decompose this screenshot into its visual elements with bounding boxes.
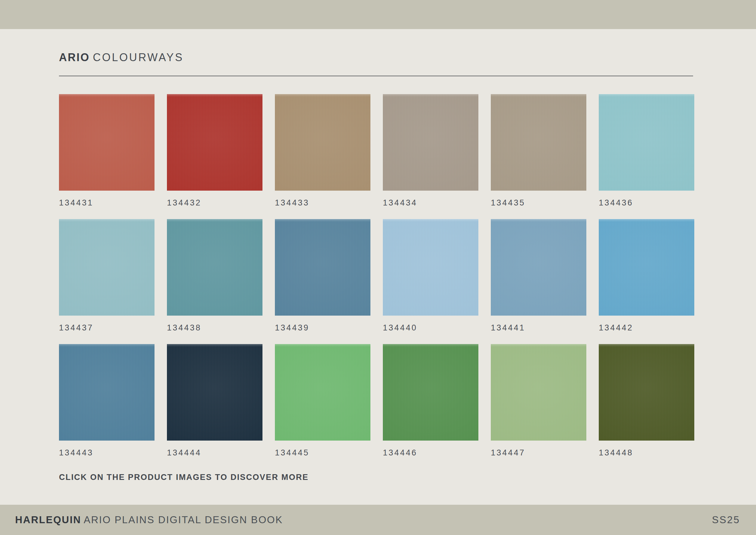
product-code: 134433 [275, 199, 370, 207]
product-item: 134441 [491, 219, 586, 332]
product-swatch-image[interactable] [59, 344, 154, 440]
product-item: 134436 [599, 94, 694, 207]
product-code: 134437 [59, 324, 154, 332]
footer-title: HARLEQUINARIO PLAINS DIGITAL DESIGN BOOK [15, 514, 283, 526]
product-item: 134434 [383, 94, 478, 207]
product-code: 134448 [599, 448, 694, 457]
footer-book-title: ARIO PLAINS DIGITAL DESIGN BOOK [84, 514, 283, 525]
product-code: 134440 [383, 324, 478, 332]
product-code: 134443 [59, 448, 154, 457]
product-code: 134438 [167, 324, 262, 332]
product-code: 134442 [599, 324, 694, 332]
product-item: 134437 [59, 219, 154, 332]
product-item: 134443 [59, 344, 154, 457]
page-content: ARIOCOLOURWAYS 134431 134432 134433 1344… [0, 29, 756, 482]
product-code: 134441 [491, 324, 586, 332]
product-swatch-image[interactable] [383, 219, 478, 316]
product-item: 134438 [167, 219, 262, 332]
footer-bar: HARLEQUINARIO PLAINS DIGITAL DESIGN BOOK… [0, 505, 756, 535]
product-code: 134432 [167, 199, 262, 207]
product-swatch-image[interactable] [599, 219, 694, 316]
product-item: 134431 [59, 94, 154, 207]
product-code: 134446 [383, 448, 478, 457]
product-swatch-image[interactable] [275, 344, 370, 440]
product-item: 134448 [599, 344, 694, 457]
top-banner [0, 0, 756, 29]
product-code: 134439 [275, 324, 370, 332]
product-swatch-image[interactable] [275, 219, 370, 316]
product-swatch-image[interactable] [491, 344, 586, 440]
page-title: ARIOCOLOURWAYS [59, 52, 693, 63]
footer-brand: HARLEQUIN [15, 514, 81, 525]
product-item: 134447 [491, 344, 586, 457]
product-item: 134442 [599, 219, 694, 332]
product-code: 134435 [491, 199, 586, 207]
title-divider [59, 76, 693, 76]
product-swatch-image[interactable] [59, 219, 154, 316]
swatch-grid: 134431 134432 134433 134434 134435 13443… [59, 94, 693, 457]
product-swatch-image[interactable] [167, 94, 262, 191]
product-item: 134433 [275, 94, 370, 207]
section-name: COLOURWAYS [93, 51, 183, 64]
product-item: 134440 [383, 219, 478, 332]
product-item: 134445 [275, 344, 370, 457]
product-item: 134444 [167, 344, 262, 457]
product-code: 134431 [59, 199, 154, 207]
product-code: 134436 [599, 199, 694, 207]
product-swatch-image[interactable] [599, 344, 694, 440]
product-code: 134447 [491, 448, 586, 457]
product-swatch-image[interactable] [383, 94, 478, 191]
product-item: 134439 [275, 219, 370, 332]
footer-season-label: SS25 [712, 514, 740, 526]
product-swatch-image[interactable] [491, 94, 586, 191]
product-item: 134446 [383, 344, 478, 457]
product-code: 134444 [167, 448, 262, 457]
product-code: 134434 [383, 199, 478, 207]
product-item: 134435 [491, 94, 586, 207]
design-book-page: ARIOCOLOURWAYS 134431 134432 134433 1344… [0, 0, 756, 535]
product-item: 134432 [167, 94, 262, 207]
product-swatch-image[interactable] [59, 94, 154, 191]
instruction-note: CLICK ON THE PRODUCT IMAGES TO DISCOVER … [59, 473, 693, 482]
product-swatch-image[interactable] [599, 94, 694, 191]
product-swatch-image[interactable] [491, 219, 586, 316]
product-swatch-image[interactable] [275, 94, 370, 191]
product-swatch-image[interactable] [383, 344, 478, 440]
collection-name: ARIO [59, 51, 90, 64]
product-code: 134445 [275, 448, 370, 457]
product-swatch-image[interactable] [167, 219, 262, 316]
product-swatch-image[interactable] [167, 344, 262, 440]
